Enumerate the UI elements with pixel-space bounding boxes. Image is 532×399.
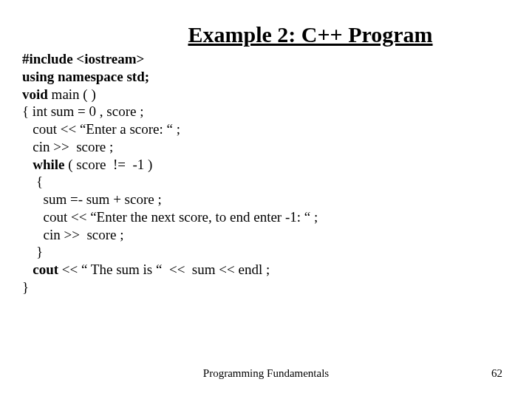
slide-title: Example 2: C++ Program <box>22 22 510 47</box>
code-line-3b: main ( ) <box>48 86 96 102</box>
code-line-11: cin >> score ; <box>22 227 124 242</box>
code-line-9: sum =- sum + score ; <box>22 191 162 207</box>
code-line-7b: ( score != -1 ) <box>65 157 153 172</box>
slide: Example 2: C++ Program #include <iostrea… <box>0 0 532 399</box>
code-block: #include <iostream> using namespace std;… <box>22 50 510 296</box>
kw-cout: cout <box>22 262 58 277</box>
code-line-5: cout << “Enter a score: “ ; <box>22 121 180 137</box>
code-line-2: using namespace std; <box>22 69 149 84</box>
code-line-12: } <box>22 244 43 259</box>
kw-void: void <box>22 86 48 102</box>
page-number: 62 <box>491 367 502 380</box>
footer-center: Programming Fundamentals <box>0 367 532 380</box>
code-line-1: #include <iostream> <box>22 51 144 66</box>
code-line-14: } <box>22 279 29 295</box>
code-line-10: cout << “Enter the next score, to end en… <box>22 209 318 225</box>
code-line-13b: << “ The sum is “ << sum << endl ; <box>58 262 270 277</box>
code-line-8: { <box>22 174 43 189</box>
code-line-6: cin >> score ; <box>22 139 113 154</box>
code-line-4: { int sum = 0 , score ; <box>22 103 143 119</box>
kw-while: while <box>22 157 65 172</box>
